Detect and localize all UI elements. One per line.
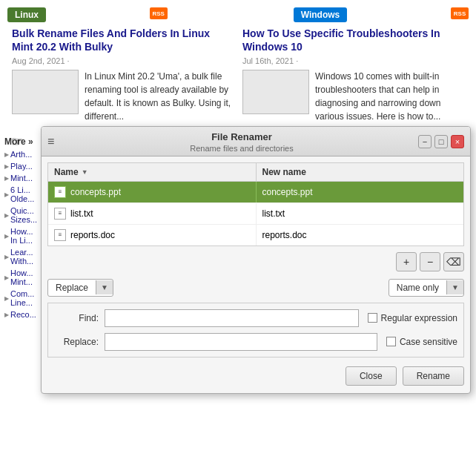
blog-content-windows: Windows 10 comes with built-in troublesh…	[242, 70, 464, 123]
name-only-dropdown-label: Name only	[389, 280, 446, 296]
sidebar-item-8[interactable]: Com... Line...	[4, 289, 36, 307]
sidebar-more: More » Arth... Play... Mint... 6 Li... O…	[0, 134, 41, 325]
linux-tag[interactable]: Linux	[7, 7, 46, 22]
file-icon-1: ≡	[54, 208, 66, 220]
blog-date-linux: Aug 2nd, 2021 ·	[12, 56, 234, 65]
windows-tag[interactable]: Windows	[294, 7, 348, 22]
blog-content-linux: In Linux Mint 20.2 'Uma', a bulk file re…	[12, 70, 234, 123]
blog-thumb-linux	[12, 70, 79, 114]
rename-button[interactable]: Rename	[403, 366, 464, 386]
action-row: Close Rename	[42, 363, 470, 393]
toolbar-row: + − ⌫	[42, 252, 470, 276]
table-cell-name-2: ≡ reports.doc	[48, 225, 257, 245]
replace-dropdown-label: Replace	[48, 280, 96, 296]
replace-field-label: Replace:	[54, 337, 99, 347]
sort-arrow-icon: ▼	[82, 168, 88, 176]
minimize-button[interactable]: −	[418, 135, 432, 148]
sidebar-item-2[interactable]: Mint...	[4, 174, 36, 182]
sidebar-item-3[interactable]: 6 Li... Olde...	[4, 185, 36, 203]
col-name-label: Name	[54, 167, 79, 177]
case-sensitive-label: Case sensitive	[400, 337, 457, 347]
find-row: Find: Regular expression	[54, 309, 457, 327]
titlebar-buttons: − □ ×	[418, 135, 464, 148]
hamburger-menu[interactable]: ≡	[47, 136, 65, 148]
table-row[interactable]: ≡ concepts.ppt concepts.ppt	[48, 182, 463, 203]
table-cell-newname-1: list.txt	[257, 204, 464, 223]
add-button[interactable]: +	[396, 252, 417, 271]
blog-columns: Bulk Rename Files And Folders In Linux M…	[0, 27, 476, 123]
replace-input[interactable]	[105, 333, 377, 351]
table-cell-newname-0: concepts.ppt	[257, 182, 464, 202]
table-cell-name-1: ≡ list.txt	[48, 203, 257, 224]
close-button[interactable]: Close	[346, 366, 397, 386]
file-name-0: concepts.ppt	[70, 187, 121, 197]
sidebar-item-5[interactable]: How... In Li...	[4, 227, 36, 245]
file-name-2: reports.doc	[70, 230, 115, 240]
replace-dropdown[interactable]: Replace ▼	[47, 279, 113, 297]
checkbox-group2: Case sensitive	[386, 337, 457, 347]
name-only-dropdown[interactable]: Name only ▼	[389, 279, 464, 297]
table-col-name[interactable]: Name ▼	[48, 163, 257, 181]
dialog-titlebar: ≡ File Renamer Rename files and director…	[42, 127, 470, 156]
case-sensitive-checkbox-row: Case sensitive	[386, 337, 457, 347]
file-newname-0: concepts.ppt	[262, 187, 313, 197]
remove-button[interactable]: −	[420, 252, 440, 271]
replace-dropdown-arrow[interactable]: ▼	[96, 280, 113, 294]
find-input[interactable]	[105, 309, 359, 327]
file-table: Name ▼ New name ≡ concepts.ppt concepts.…	[47, 162, 464, 246]
blog-tags-row: Linux RSS Windows RSS	[0, 0, 476, 27]
file-newname-2: reports.doc	[262, 230, 307, 240]
sidebar-item-9[interactable]: Reco...	[4, 310, 36, 319]
table-row[interactable]: ≡ list.txt list.txt	[48, 203, 463, 225]
dialog-title: File Renamer	[65, 131, 418, 144]
file-icon-0: ≡	[54, 186, 66, 198]
dialog-title-center: File Renamer Rename files and directorie…	[65, 131, 418, 153]
dialog-subtitle: Rename files and directories	[65, 144, 418, 153]
blog-excerpt-windows: Windows 10 comes with built-in troublesh…	[315, 70, 464, 123]
regex-checkbox[interactable]	[368, 313, 377, 323]
sidebar-item-6[interactable]: Lear... With...	[4, 248, 36, 266]
find-label: Find:	[54, 313, 99, 323]
case-sensitive-checkbox[interactable]	[386, 337, 396, 346]
name-only-dropdown-arrow[interactable]: ▼	[446, 280, 463, 294]
blog-col-linux: Bulk Rename Files And Folders In Linux M…	[7, 27, 238, 123]
restore-button[interactable]: □	[434, 135, 448, 148]
rss-badge-windows: RSS	[451, 7, 469, 19]
checkbox-group: Regular expression	[368, 313, 457, 323]
hamburger-icon[interactable]: ≡	[47, 135, 54, 148]
sidebar-item-4[interactable]: Quic... Sizes...	[4, 206, 36, 224]
find-replace-form: Find: Regular expression Replace: Case s…	[47, 303, 464, 357]
blog-date-windows: Jul 16th, 2021 ·	[242, 56, 464, 65]
table-cell-name-0: ≡ concepts.ppt	[48, 182, 257, 202]
col-newname-label: New name	[262, 167, 306, 177]
table-col-newname[interactable]: New name	[257, 163, 464, 181]
rss-badge-linux: RSS	[150, 7, 168, 19]
file-newname-1: list.txt	[262, 208, 285, 219]
file-renamer-dialog: ≡ File Renamer Rename files and director…	[41, 126, 471, 394]
blog-title-windows[interactable]: How To Use Specific Troubleshooters In W…	[242, 27, 464, 53]
delete-button[interactable]: ⌫	[443, 252, 464, 271]
sidebar-item-0[interactable]: Arth...	[4, 150, 36, 159]
table-cell-newname-2: reports.doc	[257, 225, 464, 245]
blog-title-linux[interactable]: Bulk Rename Files And Folders In Linux M…	[12, 27, 234, 53]
sidebar-item-1[interactable]: Play...	[4, 162, 36, 171]
sidebar-more-title: More »	[4, 136, 36, 147]
file-name-1: list.txt	[70, 208, 93, 219]
regex-label: Regular expression	[381, 313, 457, 323]
replace-row: Replace: Case sensitive	[54, 333, 457, 351]
sidebar-item-7[interactable]: How... Mint...	[4, 268, 36, 286]
file-icon-2: ≡	[54, 229, 66, 241]
regex-checkbox-row: Regular expression	[368, 313, 457, 323]
blog-excerpt-linux: In Linux Mint 20.2 'Uma', a bulk file re…	[85, 70, 234, 123]
table-row[interactable]: ≡ reports.doc reports.doc	[48, 225, 463, 245]
controls-row: Replace ▼ Name only ▼	[42, 276, 470, 303]
blog-thumb-windows	[242, 70, 309, 114]
close-window-button[interactable]: ×	[451, 135, 464, 148]
table-header: Name ▼ New name	[48, 163, 463, 182]
blog-col-windows: How To Use Specific Troubleshooters In W…	[238, 27, 469, 123]
